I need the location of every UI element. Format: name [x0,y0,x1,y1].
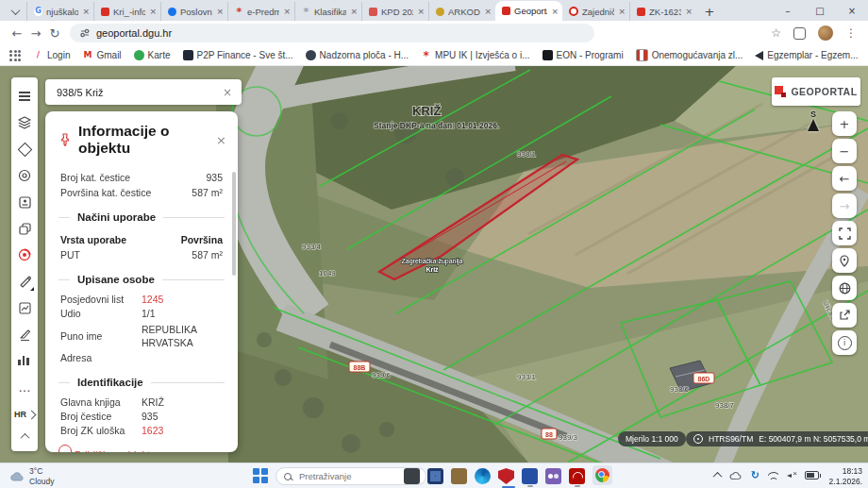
tab-kri-info[interactable]: Kri_-info-t× [93,2,160,21]
share-button[interactable] [832,303,857,328]
geoportal-logo[interactable]: GEOPORTAL [772,77,860,106]
back-button[interactable]: ← [8,24,26,42]
search-input[interactable] [55,86,223,99]
bookmark-login[interactable]: /Login [33,50,70,60]
volume-muted-icon[interactable] [787,471,796,480]
bookmark-karte[interactable]: Karte [134,50,171,60]
basemap-button[interactable] [832,276,857,300]
taskbar-clock[interactable]: 18:13 2.1.2026. [829,466,862,487]
measure-button[interactable] [14,270,35,293]
identify-tool-active[interactable] [14,244,35,266]
map-viewport[interactable]: KRIŽ Stanje DKP-a na dan: 01.01.2026. Za… [0,66,868,463]
maximize-button[interactable]: □ [804,0,836,21]
battery-icon[interactable] [805,471,819,480]
app-mcafee-icon[interactable] [498,468,514,484]
tab-njuskalo[interactable]: Gnjuškalo -× [26,2,93,21]
tab-close-icon[interactable]: × [618,7,626,16]
onedrive-cloud-icon[interactable] [729,471,743,480]
pushpin-icon[interactable] [58,133,72,146]
bookmark-nadzorna[interactable]: Nadzorna ploča - H... [306,50,409,60]
zoom-out-button[interactable]: − [832,139,857,163]
panel-close-icon[interactable]: × [216,133,226,147]
minimize-button[interactable]: – [772,0,804,21]
mpu-favicon: * [421,50,431,60]
legend-button[interactable] [14,191,35,213]
history-back-button[interactable]: ← [832,166,857,191]
app-tiles-icon[interactable] [427,468,443,484]
bookmark-p2p[interactable]: P2P Finance - Sve št... [183,50,293,60]
tab-zk1623[interactable]: ZK-1623-× [629,2,696,21]
app-chrome-active[interactable] [593,465,612,485]
tab-close-icon[interactable]: × [417,7,425,16]
chart-button[interactable] [14,296,35,319]
app-acrobat-icon[interactable] [569,468,585,484]
select-button[interactable] [14,138,35,160]
tab-close-icon[interactable]: × [149,7,157,16]
zoom-in-button[interactable]: + [832,111,857,136]
tab-kpd[interactable]: KPD 2025× [361,2,428,21]
tab-arkod[interactable]: ARKOD Pr× [428,2,495,21]
tray-expand-icon[interactable] [712,472,722,481]
app-explorer-icon[interactable] [404,468,420,484]
browser-menu-icon[interactable]: ⋮ [845,26,857,40]
start-button[interactable] [253,468,268,483]
bookmark-eon[interactable]: EON - Programi [542,50,624,60]
north-arrow[interactable]: S [805,109,822,131]
partially-visible-action-icon[interactable] [58,445,72,452]
layers-button[interactable] [14,111,35,134]
view-button[interactable] [14,164,35,187]
clock-date: 2.1.2026. [829,477,862,487]
forward-button[interactable]: → [26,24,45,42]
tab-close-icon[interactable]: × [484,7,492,16]
reload-button[interactable]: ↻ [45,24,64,42]
map-search-box[interactable]: × [45,79,242,105]
sync-icon[interactable]: ↻ [751,469,760,481]
bookmark-egzemplar[interactable]: Egzemplar - Egzem... [755,50,858,60]
tab-geoportal-active[interactable]: Geoportal× [495,1,562,21]
clear-search-icon[interactable]: × [223,86,232,99]
bookmark-onemogucavanja[interactable]: Onemogućavanja zl... [636,49,743,61]
tab-epredmet[interactable]: *e-Predmet× [227,2,294,21]
taskbar-search-input[interactable] [297,470,405,482]
address-bar[interactable]: geoportal.dgu.hr [70,24,594,42]
posjedovni-list-link[interactable]: 1245 [142,293,223,307]
menu-button[interactable] [14,85,35,108]
profile-avatar[interactable] [818,25,833,41]
bookmark-gmail[interactable]: MGmail [82,50,121,60]
weather-widget[interactable]: 3°CCloudy [9,466,54,486]
history-forward-button[interactable]: → [832,194,857,218]
more-tools-button[interactable]: … [14,376,35,398]
app-office-icon[interactable] [522,468,538,484]
app-people-icon[interactable] [545,468,561,484]
collapse-toolbar-button[interactable] [14,425,35,447]
new-tab-button[interactable]: + [700,3,719,20]
tab-zajednicki[interactable]: Zajednički× [562,2,629,21]
panel-scrollbar[interactable] [232,172,236,276]
tab-klasifikacija[interactable]: *Klasifikacij× [294,2,361,21]
app-briefcase-icon[interactable] [451,468,467,484]
tab-close-icon[interactable]: × [283,7,291,16]
locate-button[interactable] [832,248,857,273]
tab-close-icon[interactable]: × [216,7,224,16]
zk-ulozak-link[interactable]: 1623 [142,424,223,438]
bookmark-star-icon[interactable]: ☆ [771,26,781,40]
tab-close-icon[interactable]: × [82,7,90,16]
bookmark-mpu[interactable]: *MPU IK | Izvješća o i... [421,50,529,60]
close-button[interactable]: × [836,0,868,21]
tab-poslovni[interactable]: Poslovni p× [160,2,227,21]
zoom-to-object-link[interactable]: Približi na objekt [45,449,238,452]
tab-close-icon[interactable]: × [350,7,358,16]
wifi-icon[interactable] [768,471,778,480]
fullscreen-button[interactable] [832,221,857,245]
app-edge-icon[interactable] [475,468,491,484]
browser-extensions-icon[interactable] [793,27,806,40]
tab-close-icon[interactable]: × [685,7,693,16]
copy-button[interactable] [14,217,35,240]
language-switcher[interactable]: HR [14,410,35,419]
apps-grid-icon[interactable] [9,50,21,61]
tab-search-button[interactable] [6,4,25,19]
tab-close-icon[interactable]: × [551,7,559,16]
statistics-button[interactable] [14,349,35,372]
info-button[interactable]: i [832,330,857,355]
draw-button[interactable] [14,323,35,345]
